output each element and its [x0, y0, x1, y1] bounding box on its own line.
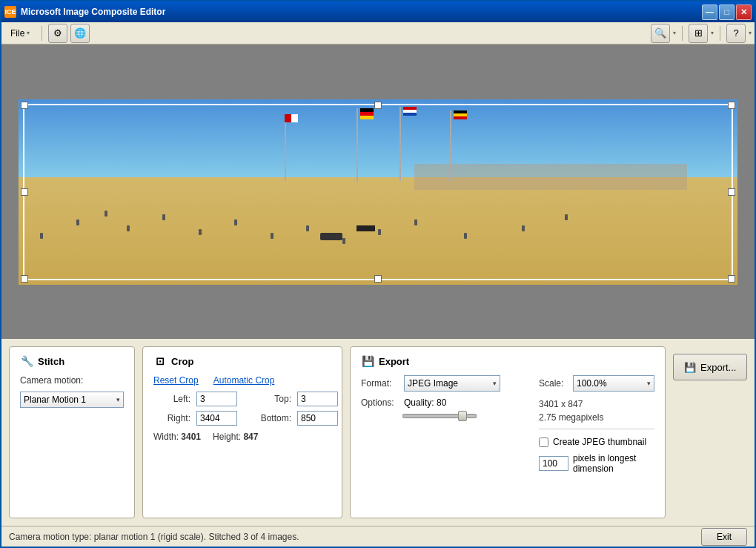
stitch-toolbar-btn[interactable]: ⚙	[48, 24, 67, 43]
camera-motion-arrow: ▾	[116, 396, 120, 403]
camera-motion-select[interactable]: Planar Motion 1 ▾	[20, 392, 124, 408]
thumbnail-checkbox[interactable]	[539, 438, 548, 447]
maximize-button[interactable]: □	[719, 4, 735, 20]
beach-person	[162, 214, 165, 220]
thumbnail-checkbox-row: Create JPEG thumbnail	[539, 437, 654, 447]
app-icon: ICE	[4, 6, 16, 18]
right-input[interactable]	[196, 411, 237, 426]
export-button[interactable]: 💾 Export...	[673, 354, 747, 380]
screen-btn[interactable]: ⊞	[689, 24, 708, 43]
crop-dimensions-row: Width: 3401 Height: 847	[153, 432, 331, 442]
megapixels-text: 2.75 megapixels	[539, 411, 654, 424]
bottom-panel: 🔧 Stitch Camera motion: Planar Motion 1 …	[1, 339, 755, 547]
beach-item	[320, 233, 342, 240]
status-bar: Camera motion type: planar motion 1 (rig…	[1, 526, 755, 547]
menu-bar: File ▾ ⚙ 🌐 🔍 ▾ ⊞ ▾ ? ▾	[1, 22, 755, 44]
stitch-icon: 🔧	[20, 354, 33, 368]
beach-person	[199, 229, 202, 235]
beach-person	[378, 229, 381, 235]
beach-person	[565, 214, 568, 220]
left-label: Left:	[153, 394, 190, 404]
stitch-icon: ⚙	[53, 27, 62, 39]
export-btn-panel: 💾 Export...	[673, 346, 747, 518]
dimensions-info: 3401 x 847 2.75 megapixels	[539, 397, 654, 424]
top-label: Top:	[254, 394, 291, 404]
beach-person	[464, 233, 467, 239]
automatic-crop-button[interactable]: Automatic Crop	[213, 375, 275, 386]
help-btn[interactable]: ?	[726, 24, 746, 43]
camera-motion-row: Camera motion:	[20, 375, 124, 386]
exit-button[interactable]: Exit	[701, 528, 747, 546]
flag-1	[285, 114, 298, 122]
flagpole-1	[285, 114, 286, 181]
format-label: Format:	[361, 378, 399, 389]
close-button[interactable]: ✕	[736, 4, 752, 20]
export-title-text: Export	[379, 356, 409, 367]
stitch-title-text: Stitch	[38, 356, 64, 367]
file-menu-label: File	[10, 28, 24, 39]
beach-person	[306, 225, 309, 231]
format-select[interactable]: JPEG Image ▾	[404, 375, 500, 392]
flag-3	[403, 107, 417, 116]
window-title: Microsoft Image Composite Editor	[21, 7, 702, 17]
export-btn-icon: 💾	[684, 362, 696, 373]
pier	[414, 164, 688, 190]
separator	[539, 429, 654, 429]
flagpole-3	[399, 107, 401, 181]
screen-icon: ⊞	[694, 27, 703, 39]
flag-4	[454, 110, 467, 119]
search-arrow: ▾	[673, 30, 676, 36]
pixels-row: pixels in longest dimension	[539, 453, 654, 474]
beach-person	[342, 238, 345, 244]
format-arrow: ▾	[493, 380, 497, 387]
camera-motion-select-row: Planar Motion 1 ▾	[20, 392, 124, 408]
flagpole-4	[450, 110, 451, 181]
beach-person	[105, 211, 107, 217]
quality-slider-track	[402, 414, 477, 418]
pixels-input[interactable]	[539, 456, 568, 471]
beach-person	[127, 225, 130, 231]
help-icon: ?	[733, 27, 738, 39]
export-inner: Format: JPEG Image ▾ Options: Quality: 8…	[361, 375, 654, 474]
beach-person	[76, 219, 79, 225]
crop-values-grid: Left: Top: Right: Bottom:	[153, 392, 331, 426]
crop-icon: ⊡	[153, 354, 167, 368]
scale-arrow: ▾	[647, 380, 651, 387]
panorama-image[interactable]	[19, 99, 737, 285]
beach-person	[234, 219, 237, 225]
beach-person	[522, 225, 525, 231]
beach-item	[357, 225, 375, 231]
export-btn-label: Export...	[700, 362, 736, 373]
export-panel: 💾 Export Format: JPEG Image ▾ O	[350, 346, 666, 518]
left-input[interactable]	[196, 392, 237, 406]
scale-label: Scale:	[539, 378, 568, 389]
search-btn[interactable]: 🔍	[651, 24, 670, 43]
bottom-input[interactable]	[297, 411, 338, 426]
quality-slider-thumb[interactable]	[458, 411, 467, 421]
search-icon: 🔍	[654, 27, 666, 39]
reset-crop-button[interactable]: Reset Crop	[153, 375, 199, 386]
pixels-label: pixels in longest dimension	[573, 453, 636, 474]
crop-panel-title: ⊡ Crop	[153, 354, 331, 368]
top-input[interactable]	[297, 392, 338, 406]
globe-toolbar-btn[interactable]: 🌐	[70, 24, 90, 43]
file-menu-arrow: ▾	[27, 30, 30, 36]
export-left: Format: JPEG Image ▾ Options: Quality: 8…	[361, 375, 524, 474]
main-window: ICE Microsoft Image Composite Editor — □…	[0, 0, 756, 548]
height-label: Height: 847	[213, 432, 258, 442]
beach-person	[40, 233, 43, 239]
file-menu[interactable]: File ▾	[4, 26, 36, 41]
beach-person	[271, 233, 273, 239]
dimensions-text: 3401 x 847	[539, 397, 654, 411]
options-row: Options: Quality: 80	[361, 397, 524, 408]
panorama-container	[19, 99, 737, 285]
minimize-button[interactable]: —	[702, 4, 717, 20]
width-label: Width: 3401	[153, 432, 201, 442]
flag-2	[360, 108, 374, 119]
scale-select[interactable]: 100.0% ▾	[573, 375, 654, 392]
format-row: Format: JPEG Image ▾	[361, 375, 524, 392]
quality-slider-container	[402, 414, 524, 418]
screen-arrow: ▾	[711, 30, 714, 36]
toolbar-separator-3	[720, 26, 720, 41]
window-controls: — □ ✕	[702, 4, 752, 20]
